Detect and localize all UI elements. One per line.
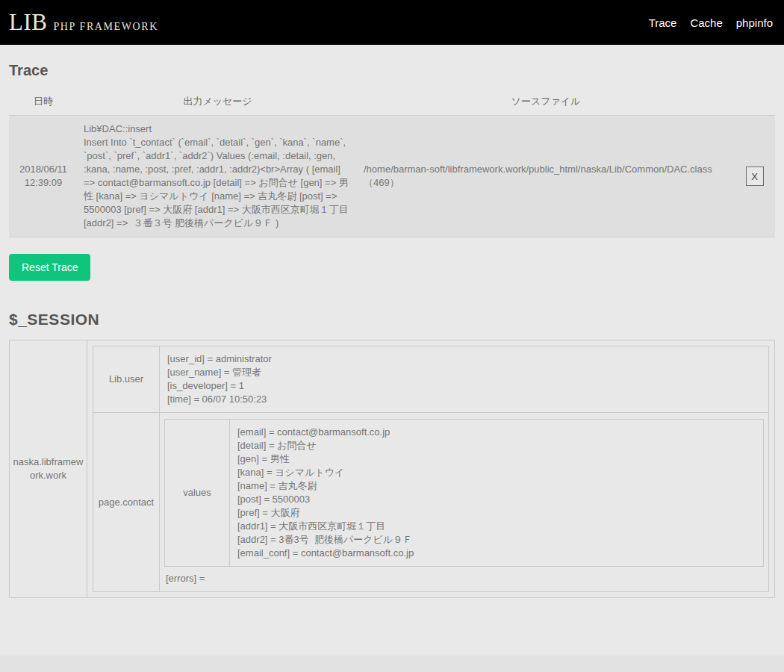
session-group-row-page-contact: page.contact values [email] = contact@ba… [93,413,769,592]
column-header-message: 出力メッセージ [78,91,358,116]
session-group-content-page-contact: values [email] = contact@barmansoft.co.j… [160,413,769,592]
reset-trace-button[interactable]: Reset Trace [9,254,90,281]
trace-row-actions: X [734,116,775,237]
logo-subtitle-text: PHP FRAMEWORK [53,21,158,33]
session-group-label-page-contact: page.contact [93,413,160,592]
nav-link-trace[interactable]: Trace [649,16,677,29]
session-table: naska.libframework.work Lib.user [user_i… [9,340,775,598]
session-group-row-lib-user: Lib.user [user_id] = administrator [user… [93,346,769,413]
session-errors-line: [errors] = [164,567,764,587]
session-namespace-row: naska.libframework.work Lib.user [user_i… [10,340,775,598]
column-header-datetime: 日時 [9,91,78,116]
footer-strip [0,656,784,672]
trace-row: 2018/06/11 12:39:09 Lib¥DAC::insert Inse… [9,116,775,237]
main-content: Trace 日時 出力メッセージ ソースファイル 2018/06/11 12:3… [0,62,784,598]
page-title: Trace [9,62,775,79]
app-logo: LIB PHP FRAMEWORK [9,9,158,36]
trace-row-message: Lib¥DAC::insert Insert Into `t_contact` … [78,116,358,237]
session-groups-table: Lib.user [user_id] = administrator [user… [93,346,769,592]
top-nav: Trace Cache phpinfo [649,16,773,29]
session-title: $_SESSION [9,311,775,329]
trace-row-source: /home/barman-soft/libframework.work/publ… [358,116,734,237]
trace-table-header-row: 日時 出力メッセージ ソースファイル [9,91,775,116]
nav-link-phpinfo[interactable]: phpinfo [736,16,773,29]
session-namespace-cell: naska.libframework.work [10,340,87,598]
session-content-cell: Lib.user [user_id] = administrator [user… [87,340,775,598]
session-values-row: values [email] = contact@barmansoft.co.j… [165,420,764,567]
app-header: LIB PHP FRAMEWORK Trace Cache phpinfo [0,0,784,45]
logo-lib-text: LIB [9,9,47,36]
column-header-source: ソースファイル [358,91,734,116]
session-values-entries: [email] = contact@barmansoft.co.jp [deta… [230,420,764,567]
session-group-entries-lib-user: [user_id] = administrator [user_name] = … [160,346,769,413]
column-header-actions [734,91,775,116]
trace-table: 日時 出力メッセージ ソースファイル 2018/06/11 12:39:09 L… [9,91,775,237]
delete-trace-entry-button[interactable]: X [746,167,764,186]
session-values-table: values [email] = contact@barmansoft.co.j… [164,419,764,567]
trace-row-datetime: 2018/06/11 12:39:09 [9,116,78,237]
session-values-label: values [165,420,230,567]
session-group-label-lib-user: Lib.user [93,346,160,413]
nav-link-cache[interactable]: Cache [690,16,722,29]
